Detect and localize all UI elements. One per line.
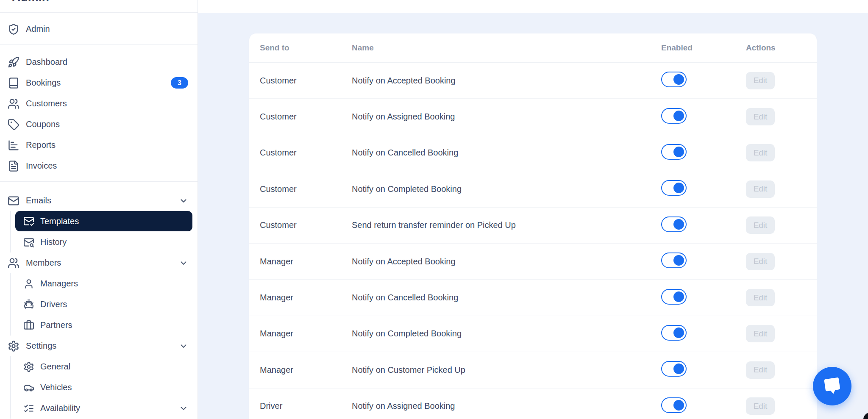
enabled-toggle[interactable] [661,289,687,305]
enabled-toggle[interactable] [661,253,687,268]
toggle-knob [673,291,684,302]
edit-button[interactable]: Edit [746,72,775,89]
enabled-toggle[interactable] [661,72,687,87]
cell-enabled [661,216,746,234]
sidebar-item-emails[interactable]: Emails [0,190,198,211]
cell-name: Notify on Assigned Booking [352,112,661,122]
chat-launcher-button[interactable] [813,367,851,405]
edit-button[interactable]: Edit [746,216,775,234]
shield-check-icon [8,23,19,35]
edit-button[interactable]: Edit [746,397,775,415]
sidebar-item-templates[interactable]: Templates [15,211,192,231]
cell-enabled [661,325,746,343]
enabled-toggle[interactable] [661,361,687,377]
enabled-toggle[interactable] [661,144,687,160]
cell-send-to: Manager [249,329,352,339]
cell-actions: Edit [746,253,817,270]
cell-send-to: Customer [249,184,352,194]
sidebar-item-history[interactable]: History [11,232,198,253]
toggle-knob [673,219,684,230]
sidebar: Admin AdminDashboardBookings3CustomersCo… [0,0,198,419]
table-row: CustomerNotify on Completed BookingEdit [249,171,817,207]
sidebar-item-members[interactable]: Members [0,253,198,273]
cell-send-to: Customer [249,220,352,230]
cell-name: Notify on Cancelled Booking [352,148,661,158]
enabled-toggle[interactable] [661,325,687,341]
tag-icon [8,119,19,130]
toggle-knob [673,183,684,193]
chevron-down-icon [179,196,188,205]
cell-name: Notify on Accepted Booking [352,257,661,266]
sidebar-item-label: Members [26,258,61,268]
sidebar-item-bookings[interactable]: Bookings3 [0,72,198,93]
cell-actions: Edit [746,144,817,161]
sidebar-item-label: Dashboard [26,57,67,67]
mail-icon [8,195,19,207]
sidebar-item-label: Settings [26,341,56,351]
edit-button[interactable]: Edit [746,325,775,342]
table-row: ManagerNotify on Completed BookingEdit [249,316,817,352]
sidebar-item-vehicles[interactable]: Vehicles [11,377,198,398]
cell-enabled [661,144,746,162]
column-header-send-to: Send to [249,43,352,53]
cell-name: Notify on Completed Booking [352,184,661,194]
cell-actions: Edit [746,325,817,342]
top-white-strip [198,0,868,13]
mail-check-icon [23,216,34,227]
sidebar-item-invoices[interactable]: Invoices [0,155,198,176]
table-row: ManagerNotify on Cancelled BookingEdit [249,280,817,316]
cell-enabled [661,253,746,270]
sidebar-item-label: Bookings [26,78,61,88]
car-icon [23,382,34,393]
sidebar-item-label: History [40,237,67,247]
table-row: DriverNotify on Assigned BookingEdit [249,388,817,419]
sidebar-item-availability[interactable]: Availability [11,398,198,419]
table-row: ManagerNotify on Accepted BookingEdit [249,244,817,280]
count-badge: 3 [171,77,188,89]
sidebar-item-settings[interactable]: Settings [0,336,198,356]
table-row: CustomerSend return transfer reminder on… [249,208,817,244]
sidebar-item-label: Customers [26,99,67,108]
sidebar-item-drivers[interactable]: Drivers [11,294,198,315]
edit-button[interactable]: Edit [746,253,775,270]
sidebar-item-admin[interactable]: Admin [0,19,198,39]
cell-name: Notify on Cancelled Booking [352,293,661,302]
cell-name: Notify on Accepted Booking [352,76,661,86]
sidebar-divider [0,181,198,182]
sidebar-item-coupons[interactable]: Coupons [0,114,198,135]
table-body: CustomerNotify on Accepted BookingEditCu… [249,63,817,419]
sidebar-nav: AdminDashboardBookings3CustomersCouponsR… [0,19,198,419]
enabled-toggle[interactable] [661,397,687,413]
users-icon [8,257,19,269]
rocket-icon [8,56,19,68]
cell-name: Notify on Completed Booking [352,329,661,339]
edit-button[interactable]: Edit [746,144,775,161]
cell-send-to: Customer [249,148,352,158]
cell-enabled [661,180,746,198]
cell-enabled [661,361,746,379]
edit-button[interactable]: Edit [746,289,775,306]
edit-button[interactable]: Edit [746,361,775,379]
cell-send-to: Customer [249,112,352,122]
edit-button[interactable]: Edit [746,180,775,198]
sidebar-item-general[interactable]: General [11,356,198,377]
edit-button[interactable]: Edit [746,108,775,125]
main-area: Send to Name Enabled Actions CustomerNot… [198,0,868,419]
sidebar-divider [0,44,198,45]
enabled-toggle[interactable] [661,108,687,124]
sidebar-subgroup: GeneralVehiclesAvailability [10,356,198,419]
sidebar-subgroup: TemplatesHistory [10,211,198,253]
toggle-knob [673,147,684,157]
cell-actions: Edit [746,216,817,234]
sidebar-item-customers[interactable]: Customers [0,93,198,114]
enabled-toggle[interactable] [661,216,687,232]
enabled-toggle[interactable] [661,180,687,196]
table-header-row: Send to Name Enabled Actions [249,33,817,63]
sidebar-item-partners[interactable]: Partners [11,315,198,336]
sidebar-item-managers[interactable]: Managers [11,273,198,294]
sidebar-item-reports[interactable]: Reports [0,135,198,155]
sidebar-item-dashboard[interactable]: Dashboard [0,52,198,72]
toggle-knob [673,364,684,374]
cell-actions: Edit [746,397,817,415]
chevron-down-icon [179,258,188,268]
